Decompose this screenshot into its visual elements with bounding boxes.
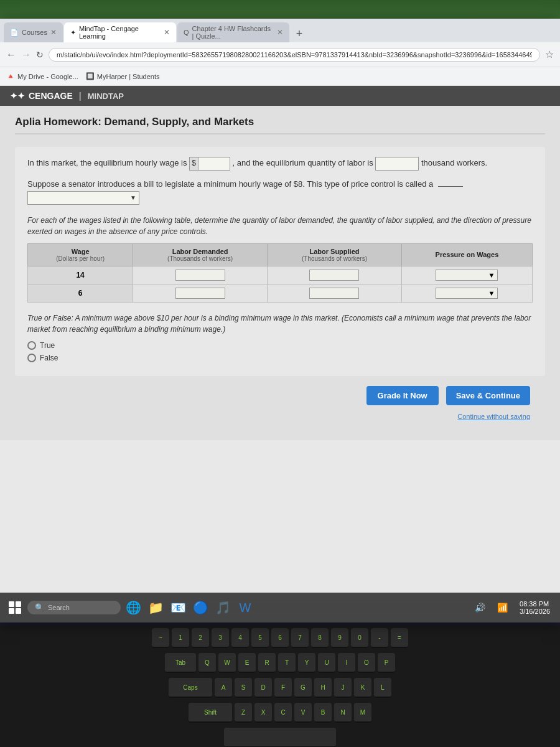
taskbar-explorer-icon[interactable]: 📁 — [146, 598, 166, 618]
button-row: Grade It Now Save & Continue — [30, 386, 530, 405]
key-i[interactable]: I — [338, 653, 355, 673]
col-labor-demanded-header: Labor Demanded (Thousands of workers) — [133, 243, 268, 266]
taskbar-chrome-icon[interactable]: 🔵 — [190, 598, 210, 618]
wage-cell-14: 14 — [28, 266, 133, 284]
key-k[interactable]: K — [354, 678, 371, 698]
pressure-dropdown-14[interactable]: ▼ — [436, 270, 498, 281]
key-3[interactable]: 3 — [212, 628, 229, 648]
tab-chapter4[interactable]: Q Chapter 4 HW Flashcards | Quizle... ✕ — [177, 22, 289, 42]
radio-true-button[interactable] — [27, 341, 36, 350]
key-q[interactable]: Q — [198, 653, 216, 673]
taskbar-search[interactable]: 🔍 Search — [27, 601, 121, 614]
q2-dropdown[interactable]: ▼ — [27, 191, 139, 205]
bookmark-myharper[interactable]: 🔲 MyHarper | Students — [86, 72, 160, 80]
taskbar-volume-icon[interactable]: 🔊 — [470, 598, 490, 618]
key-m[interactable]: M — [354, 703, 371, 723]
key-2[interactable]: 2 — [192, 628, 209, 648]
key-y[interactable]: Y — [298, 653, 315, 673]
reload-button[interactable]: ↻ — [36, 50, 44, 60]
key-tab[interactable]: Tab — [165, 653, 196, 673]
pressure-cell-14[interactable]: ▼ — [401, 266, 532, 284]
q1-wage-input[interactable] — [198, 158, 230, 169]
table-description: For each of the wages listed in the foll… — [27, 215, 533, 237]
key-0[interactable]: 0 — [351, 628, 368, 648]
key-r[interactable]: R — [258, 653, 276, 673]
key-c[interactable]: C — [274, 703, 292, 723]
labor-supplied-cell-6[interactable] — [268, 284, 402, 302]
key-f[interactable]: F — [274, 678, 292, 698]
key-5[interactable]: 5 — [251, 628, 269, 648]
key-h[interactable]: H — [314, 678, 332, 698]
key-w[interactable]: W — [218, 653, 236, 673]
key-7[interactable]: 7 — [291, 628, 309, 648]
key-b[interactable]: B — [314, 703, 332, 723]
key-v[interactable]: V — [294, 703, 312, 723]
keyboard-row-asdf: Caps A S D F G H J K L — [0, 675, 560, 700]
key-x[interactable]: X — [254, 703, 272, 723]
new-tab-button[interactable]: + — [291, 25, 308, 42]
taskbar-email-icon[interactable]: 📧 — [168, 598, 188, 618]
pressure-cell-6[interactable]: ▼ — [401, 284, 532, 302]
col-labor-supplied-header: Labor Supplied (Thousands of workers) — [268, 243, 402, 266]
grade-it-now-button[interactable]: Grade It Now — [366, 386, 439, 405]
labor-supplied-cell-14[interactable] — [268, 266, 402, 284]
bookmark-button[interactable]: ☆ — [545, 49, 554, 60]
key-s[interactable]: S — [235, 678, 252, 698]
radio-false-button[interactable] — [27, 354, 36, 362]
key-l[interactable]: L — [374, 678, 391, 698]
key-9[interactable]: 9 — [331, 628, 348, 648]
save-continue-button[interactable]: Save & Continue — [446, 386, 530, 405]
labor-supplied-input-14[interactable] — [309, 270, 359, 281]
key-u[interactable]: U — [318, 653, 335, 673]
cengage-header: ✦✦ CENGAGE | MINDTAP — [0, 86, 560, 106]
key-o[interactable]: O — [358, 653, 375, 673]
continue-without-saving-link[interactable]: Continue without saving — [30, 413, 530, 420]
address-input[interactable] — [49, 48, 540, 62]
taskbar-spotify-icon[interactable]: 🎵 — [213, 598, 233, 618]
key-tilde[interactable]: ~ — [152, 628, 169, 648]
labor-demanded-input-14[interactable] — [175, 270, 225, 281]
key-j[interactable]: J — [334, 678, 352, 698]
tab-mindtap[interactable]: ✦ MindTap - Cengage Learning ✕ — [64, 22, 176, 42]
key-shift-left[interactable]: Shift — [189, 703, 232, 723]
q1-quantity-input[interactable] — [375, 157, 419, 171]
key-minus[interactable]: - — [371, 628, 388, 648]
tab-courses[interactable]: 📄 Courses ✕ — [4, 22, 63, 42]
taskbar-browser-icon[interactable]: 🌐 — [123, 598, 143, 618]
chapter4-favicon: Q — [184, 29, 189, 36]
key-t[interactable]: T — [278, 653, 296, 673]
taskbar-network-icon[interactable]: 📶 — [492, 598, 512, 618]
mindtap-tab-close[interactable]: ✕ — [164, 28, 170, 37]
start-button[interactable] — [5, 598, 25, 618]
key-d[interactable]: D — [254, 678, 272, 698]
labor-demanded-cell-6[interactable] — [133, 284, 268, 302]
taskbar-word-icon[interactable]: W — [235, 598, 255, 618]
key-8[interactable]: 8 — [311, 628, 329, 648]
radio-false[interactable]: False — [27, 354, 533, 362]
key-1[interactable]: 1 — [172, 628, 189, 648]
taskbar-clock: 08:38 PM 3/16/2026 — [515, 600, 555, 615]
key-equals[interactable]: = — [391, 628, 408, 648]
key-z[interactable]: Z — [235, 703, 252, 723]
pressure-dropdown-6[interactable]: ▼ — [436, 288, 498, 299]
key-p[interactable]: P — [378, 653, 395, 673]
key-g[interactable]: G — [294, 678, 312, 698]
radio-true[interactable]: True — [27, 341, 533, 350]
bookmark-drive[interactable]: 🔺 My Drive - Google... — [6, 72, 78, 80]
q1-dollar-input-wrapper[interactable]: $ — [189, 157, 230, 171]
radio-false-label: False — [40, 354, 58, 362]
forward-button[interactable]: → — [21, 49, 31, 60]
key-space[interactable] — [224, 728, 336, 747]
labor-demanded-input-6[interactable] — [175, 288, 225, 299]
key-6[interactable]: 6 — [271, 628, 289, 648]
labor-supplied-input-6[interactable] — [309, 288, 359, 299]
key-e[interactable]: E — [238, 653, 256, 673]
courses-tab-close[interactable]: ✕ — [50, 28, 57, 37]
key-a[interactable]: A — [215, 678, 232, 698]
chapter4-tab-close[interactable]: ✕ — [277, 28, 283, 37]
key-n[interactable]: N — [334, 703, 352, 723]
back-button[interactable]: ← — [6, 49, 16, 60]
key-4[interactable]: 4 — [231, 628, 249, 648]
labor-demanded-cell-14[interactable] — [133, 266, 268, 284]
key-caps[interactable]: Caps — [169, 678, 212, 698]
